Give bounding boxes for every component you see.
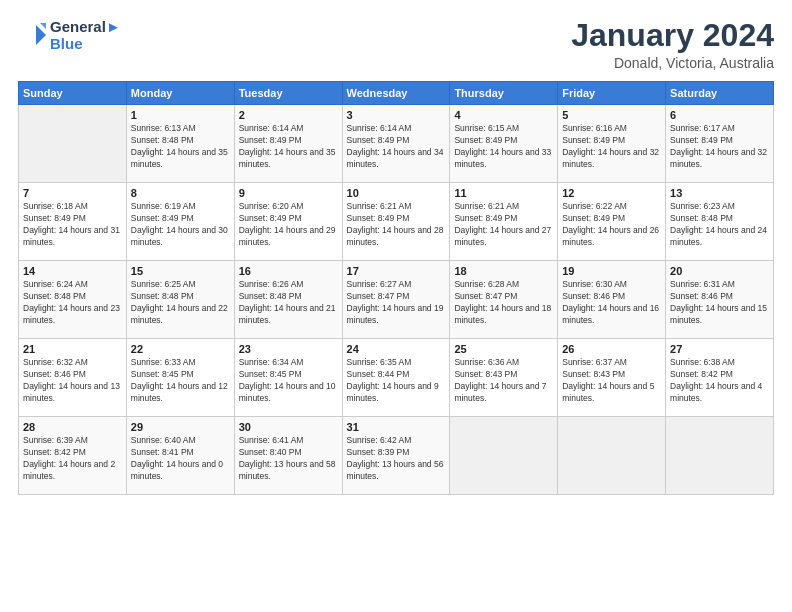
col-monday: Monday (126, 82, 234, 105)
cell-details: Sunrise: 6:19 AM Sunset: 8:49 PM Dayligh… (131, 201, 230, 249)
day-number: 25 (454, 343, 553, 355)
cell-details: Sunrise: 6:40 AM Sunset: 8:41 PM Dayligh… (131, 435, 230, 483)
cell-details: Sunrise: 6:30 AM Sunset: 8:46 PM Dayligh… (562, 279, 661, 327)
calendar-week-row: 7 Sunrise: 6:18 AM Sunset: 8:49 PM Dayli… (19, 183, 774, 261)
cell-details: Sunrise: 6:36 AM Sunset: 8:43 PM Dayligh… (454, 357, 553, 405)
calendar-cell: 22 Sunrise: 6:33 AM Sunset: 8:45 PM Dayl… (126, 339, 234, 417)
calendar-body: 1 Sunrise: 6:13 AM Sunset: 8:48 PM Dayli… (19, 105, 774, 495)
col-friday: Friday (558, 82, 666, 105)
cell-details: Sunrise: 6:34 AM Sunset: 8:45 PM Dayligh… (239, 357, 338, 405)
calendar-cell: 10 Sunrise: 6:21 AM Sunset: 8:49 PM Dayl… (342, 183, 450, 261)
logo-icon (18, 21, 46, 49)
calendar-cell: 24 Sunrise: 6:35 AM Sunset: 8:44 PM Dayl… (342, 339, 450, 417)
calendar-cell: 1 Sunrise: 6:13 AM Sunset: 8:48 PM Dayli… (126, 105, 234, 183)
day-number: 14 (23, 265, 122, 277)
calendar-cell: 4 Sunrise: 6:15 AM Sunset: 8:49 PM Dayli… (450, 105, 558, 183)
cell-details: Sunrise: 6:41 AM Sunset: 8:40 PM Dayligh… (239, 435, 338, 483)
day-number: 30 (239, 421, 338, 433)
day-number: 13 (670, 187, 769, 199)
cell-details: Sunrise: 6:21 AM Sunset: 8:49 PM Dayligh… (454, 201, 553, 249)
calendar-cell: 6 Sunrise: 6:17 AM Sunset: 8:49 PM Dayli… (666, 105, 774, 183)
day-number: 15 (131, 265, 230, 277)
calendar-cell (558, 417, 666, 495)
title-area: January 2024 Donald, Victoria, Australia (571, 18, 774, 71)
cell-details: Sunrise: 6:24 AM Sunset: 8:48 PM Dayligh… (23, 279, 122, 327)
calendar-cell: 30 Sunrise: 6:41 AM Sunset: 8:40 PM Dayl… (234, 417, 342, 495)
calendar-week-row: 1 Sunrise: 6:13 AM Sunset: 8:48 PM Dayli… (19, 105, 774, 183)
day-number: 11 (454, 187, 553, 199)
day-number: 8 (131, 187, 230, 199)
cell-details: Sunrise: 6:35 AM Sunset: 8:44 PM Dayligh… (347, 357, 446, 405)
calendar-week-row: 14 Sunrise: 6:24 AM Sunset: 8:48 PM Dayl… (19, 261, 774, 339)
day-number: 3 (347, 109, 446, 121)
cell-details: Sunrise: 6:37 AM Sunset: 8:43 PM Dayligh… (562, 357, 661, 405)
calendar-cell: 27 Sunrise: 6:38 AM Sunset: 8:42 PM Dayl… (666, 339, 774, 417)
cell-details: Sunrise: 6:22 AM Sunset: 8:49 PM Dayligh… (562, 201, 661, 249)
calendar-cell: 13 Sunrise: 6:23 AM Sunset: 8:48 PM Dayl… (666, 183, 774, 261)
cell-details: Sunrise: 6:17 AM Sunset: 8:49 PM Dayligh… (670, 123, 769, 171)
col-wednesday: Wednesday (342, 82, 450, 105)
col-saturday: Saturday (666, 82, 774, 105)
day-number: 31 (347, 421, 446, 433)
cell-details: Sunrise: 6:21 AM Sunset: 8:49 PM Dayligh… (347, 201, 446, 249)
cell-details: Sunrise: 6:14 AM Sunset: 8:49 PM Dayligh… (239, 123, 338, 171)
calendar-cell: 14 Sunrise: 6:24 AM Sunset: 8:48 PM Dayl… (19, 261, 127, 339)
day-number: 16 (239, 265, 338, 277)
logo-text: General► Blue (50, 18, 121, 52)
page-header: General► Blue January 2024 Donald, Victo… (18, 18, 774, 71)
day-number: 17 (347, 265, 446, 277)
day-number: 6 (670, 109, 769, 121)
month-year-title: January 2024 (571, 18, 774, 53)
cell-details: Sunrise: 6:42 AM Sunset: 8:39 PM Dayligh… (347, 435, 446, 483)
col-thursday: Thursday (450, 82, 558, 105)
day-number: 10 (347, 187, 446, 199)
calendar-cell: 19 Sunrise: 6:30 AM Sunset: 8:46 PM Dayl… (558, 261, 666, 339)
calendar-cell: 15 Sunrise: 6:25 AM Sunset: 8:48 PM Dayl… (126, 261, 234, 339)
calendar-cell: 21 Sunrise: 6:32 AM Sunset: 8:46 PM Dayl… (19, 339, 127, 417)
day-number: 20 (670, 265, 769, 277)
day-number: 4 (454, 109, 553, 121)
calendar-week-row: 21 Sunrise: 6:32 AM Sunset: 8:46 PM Dayl… (19, 339, 774, 417)
cell-details: Sunrise: 6:20 AM Sunset: 8:49 PM Dayligh… (239, 201, 338, 249)
calendar-cell: 16 Sunrise: 6:26 AM Sunset: 8:48 PM Dayl… (234, 261, 342, 339)
calendar-page: General► Blue January 2024 Donald, Victo… (0, 0, 792, 612)
day-number: 29 (131, 421, 230, 433)
cell-details: Sunrise: 6:13 AM Sunset: 8:48 PM Dayligh… (131, 123, 230, 171)
calendar-cell: 31 Sunrise: 6:42 AM Sunset: 8:39 PM Dayl… (342, 417, 450, 495)
cell-details: Sunrise: 6:25 AM Sunset: 8:48 PM Dayligh… (131, 279, 230, 327)
logo: General► Blue (18, 18, 121, 52)
calendar-cell: 8 Sunrise: 6:19 AM Sunset: 8:49 PM Dayli… (126, 183, 234, 261)
day-number: 9 (239, 187, 338, 199)
location-subtitle: Donald, Victoria, Australia (571, 55, 774, 71)
cell-details: Sunrise: 6:31 AM Sunset: 8:46 PM Dayligh… (670, 279, 769, 327)
cell-details: Sunrise: 6:14 AM Sunset: 8:49 PM Dayligh… (347, 123, 446, 171)
calendar-week-row: 28 Sunrise: 6:39 AM Sunset: 8:42 PM Dayl… (19, 417, 774, 495)
calendar-cell: 9 Sunrise: 6:20 AM Sunset: 8:49 PM Dayli… (234, 183, 342, 261)
cell-details: Sunrise: 6:38 AM Sunset: 8:42 PM Dayligh… (670, 357, 769, 405)
cell-details: Sunrise: 6:26 AM Sunset: 8:48 PM Dayligh… (239, 279, 338, 327)
cell-details: Sunrise: 6:18 AM Sunset: 8:49 PM Dayligh… (23, 201, 122, 249)
day-number: 18 (454, 265, 553, 277)
col-tuesday: Tuesday (234, 82, 342, 105)
day-number: 12 (562, 187, 661, 199)
calendar-cell: 23 Sunrise: 6:34 AM Sunset: 8:45 PM Dayl… (234, 339, 342, 417)
calendar-cell (450, 417, 558, 495)
day-number: 27 (670, 343, 769, 355)
day-number: 26 (562, 343, 661, 355)
day-number: 2 (239, 109, 338, 121)
day-number: 7 (23, 187, 122, 199)
day-number: 19 (562, 265, 661, 277)
day-number: 21 (23, 343, 122, 355)
calendar-cell: 28 Sunrise: 6:39 AM Sunset: 8:42 PM Dayl… (19, 417, 127, 495)
calendar-cell: 7 Sunrise: 6:18 AM Sunset: 8:49 PM Dayli… (19, 183, 127, 261)
calendar-cell: 2 Sunrise: 6:14 AM Sunset: 8:49 PM Dayli… (234, 105, 342, 183)
calendar-cell: 12 Sunrise: 6:22 AM Sunset: 8:49 PM Dayl… (558, 183, 666, 261)
calendar-cell: 5 Sunrise: 6:16 AM Sunset: 8:49 PM Dayli… (558, 105, 666, 183)
calendar-header-row: Sunday Monday Tuesday Wednesday Thursday… (19, 82, 774, 105)
cell-details: Sunrise: 6:16 AM Sunset: 8:49 PM Dayligh… (562, 123, 661, 171)
calendar-cell: 26 Sunrise: 6:37 AM Sunset: 8:43 PM Dayl… (558, 339, 666, 417)
day-number: 22 (131, 343, 230, 355)
day-number: 1 (131, 109, 230, 121)
calendar-table: Sunday Monday Tuesday Wednesday Thursday… (18, 81, 774, 495)
calendar-cell: 20 Sunrise: 6:31 AM Sunset: 8:46 PM Dayl… (666, 261, 774, 339)
